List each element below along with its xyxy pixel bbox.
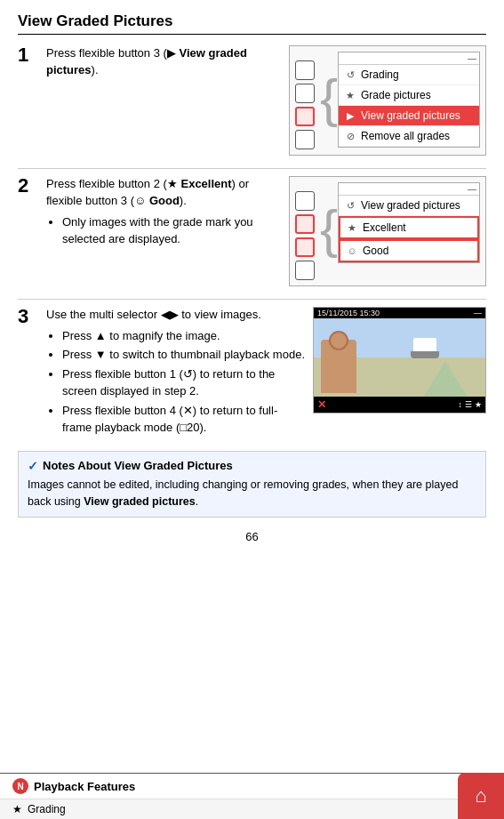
photo-topbar: 15/11/2015 15:30 —: [314, 308, 485, 318]
cam2-btn-2-highlighted: [295, 214, 315, 234]
playback-icon: N: [12, 778, 28, 794]
step-2-bullet-1: Only images with the grade mark you sele…: [62, 213, 282, 248]
step2-bold1: Excellent: [180, 177, 231, 190]
menu-icon-grade-pictures: ★: [344, 90, 356, 101]
menu2-label-good: Good: [363, 245, 388, 257]
menu2-label-excellent: Excellent: [363, 221, 406, 234]
step-2-content: Press flexible button 2 (★ Excellent) or…: [46, 176, 486, 286]
menu-icon-remove-grades: ⊘: [344, 131, 356, 142]
step2-icon2: ☺: [134, 194, 146, 207]
footer-playback-label: Playback Features: [34, 780, 135, 793]
step1-bold: View graded pictures: [46, 46, 247, 76]
cam2-btn-3-highlighted: [295, 237, 315, 257]
divider-1: [18, 168, 486, 169]
menu-item-view-graded: ▶ View graded pictures: [339, 106, 479, 126]
menu-item-grading: ↺ Grading: [339, 65, 479, 85]
step-2-bullets: Only images with the grade mark you sele…: [46, 213, 282, 248]
notes-text: Images cannot be edited, including chang…: [28, 477, 476, 510]
page-title: View Graded Pictures: [18, 12, 486, 35]
menu-panel-1: — ↺ Grading ★ Grade pictures ▶ View grad…: [338, 52, 480, 148]
footer-grading-label: Grading: [28, 803, 66, 815]
menu2-item-view-graded: ↺ View graded pictures: [339, 196, 479, 216]
footer-row2: ★ Grading: [0, 799, 504, 819]
menu-item-remove-grades: ⊘ Remove all grades: [339, 126, 479, 147]
step-1-text: Press flexible button 3 (▶ View graded p…: [46, 45, 282, 79]
step-3-bullet-4: Press flexible button 4 (✕) to return to…: [62, 402, 306, 437]
photo-icon-1: ↕: [459, 400, 463, 409]
footer-row1: N Playback Features ⌂: [0, 774, 504, 799]
page-number: 66: [18, 530, 486, 543]
step-3-bullet-1: Press ▲ to magnify the image.: [62, 327, 306, 345]
menu2-label-view-graded: View graded pictures: [361, 199, 460, 212]
step-3-bullet-2: Press ▼ to switch to thumbnail playback …: [62, 346, 306, 364]
menu2-icon-good: ☺: [346, 245, 358, 256]
step1-icon: ▶: [167, 46, 176, 60]
menu-header-1: —: [339, 52, 479, 65]
step-2-block: 2 Press flexible button 2 (★ Excellent) …: [18, 176, 486, 286]
photo-x-button: ✕: [317, 398, 326, 411]
photo-icon-3: ★: [475, 400, 482, 409]
menu-header-2: —: [339, 183, 479, 196]
menu-label-remove-grades: Remove all grades: [361, 130, 450, 142]
step-2-camera-menu: { — ↺ View graded pictures ★ Excellent ☺: [289, 176, 486, 286]
page-wrapper: View Graded Pictures 1 Press flexible bu…: [0, 0, 504, 611]
menu-label-grading: Grading: [361, 68, 399, 81]
cam-btn-4: [295, 130, 315, 149]
home-icon: ⌂: [475, 784, 486, 807]
cam2-btn-1: [295, 191, 315, 211]
cam-btn-3-highlighted: [295, 107, 315, 126]
camera-body-2: [295, 182, 315, 280]
menu2-icon-view-graded: ↺: [344, 200, 356, 212]
step-3-text-image: Use the multi selector ◀▶ to view images…: [46, 307, 486, 438]
menu-label-view-graded: View graded pictures: [361, 109, 460, 122]
menu-panel-2: — ↺ View graded pictures ★ Excellent ☺ G…: [338, 182, 480, 263]
notes-section: ✓ Notes About View Graded Pictures Image…: [18, 451, 486, 518]
photo-scene: [314, 318, 485, 397]
step-2-text: Press flexible button 2 (★ Excellent) or…: [46, 176, 282, 250]
photo-icon-2: ☰: [465, 400, 472, 409]
photo-boat-hull: [411, 351, 439, 358]
step-3-number: 3: [18, 307, 28, 326]
camera-body-1: [295, 52, 315, 149]
step-3-content: Use the multi selector ◀▶ to view images…: [46, 307, 486, 438]
notes-title-text: Notes About View Graded Pictures: [43, 459, 233, 472]
photo-bottom-bar: ✕ ↕ ☰ ★: [314, 397, 485, 413]
step2-icon1: ★: [167, 177, 178, 190]
step-3-bullets: Press ▲ to magnify the image. Press ▼ to…: [46, 327, 306, 437]
photo-preview: 15/11/2015 15:30 —: [313, 307, 486, 414]
curly-brace-1: {: [320, 72, 338, 125]
menu2-icon-excellent: ★: [346, 222, 358, 234]
grading-footer-icon: ★: [12, 803, 22, 815]
notes-bold: View graded pictures: [84, 495, 196, 508]
step-1-number-col: 1: [18, 45, 37, 156]
step-1-text-image: Press flexible button 3 (▶ View graded p…: [46, 45, 486, 156]
menu-icon-view-graded: ▶: [344, 110, 356, 122]
step-3-number-col: 3: [18, 307, 37, 438]
step2-bold2: Good: [149, 194, 180, 207]
step-1-block: 1 Press flexible button 3 (▶ View graded…: [18, 45, 486, 156]
footer: N Playback Features ⌂ ★ Grading: [0, 773, 504, 819]
step-1-number: 1: [18, 45, 28, 65]
step-3-text: Use the multi selector ◀▶ to view images…: [46, 307, 306, 438]
menu2-item-excellent: ★ Excellent: [339, 216, 479, 239]
step-3-bullet-3: Press flexible button 1 (↺) to return to…: [62, 365, 306, 400]
menu-icon-grading: ↺: [344, 69, 356, 81]
photo-boat-sail: [413, 338, 436, 352]
cam2-btn-4: [295, 261, 315, 280]
menu-label-grade-pictures: Grade pictures: [361, 89, 431, 101]
photo-datetime: 15/11/2015 15:30: [317, 309, 380, 317]
step-3-block: 3 Use the multi selector ◀▶ to view imag…: [18, 307, 486, 438]
photo-mountain: [423, 361, 468, 397]
curly-brace-2: {: [320, 203, 338, 256]
cam-btn-1: [295, 60, 315, 80]
menu-item-grade-pictures: ★ Grade pictures: [339, 85, 479, 106]
step-2-text-image: Press flexible button 2 (★ Excellent) or…: [46, 176, 486, 286]
step-1-camera-menu: { — ↺ Grading ★ Grade pictures ▶: [289, 45, 486, 156]
footer-home-button[interactable]: ⌂: [458, 773, 504, 819]
step-2-number: 2: [18, 176, 28, 196]
notes-title: ✓ Notes About View Graded Pictures: [28, 459, 476, 473]
photo-icons: ↕ ☰ ★: [459, 400, 483, 409]
photo-person: [321, 340, 356, 393]
menu2-item-good: ☺ Good: [339, 239, 479, 262]
step-2-number-col: 2: [18, 176, 37, 286]
